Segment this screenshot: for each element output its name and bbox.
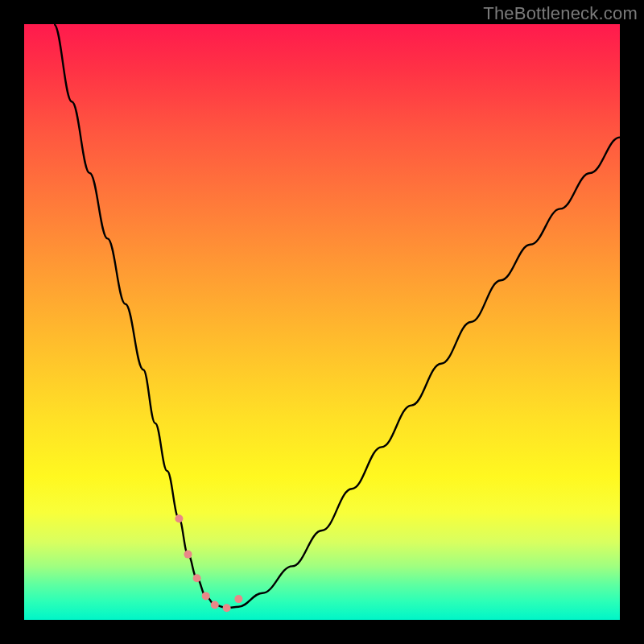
- highlight-dot: [223, 604, 231, 612]
- watermark-text: TheBottleneck.com: [483, 3, 638, 24]
- curve-layer: [24, 24, 620, 620]
- chart-frame: TheBottleneck.com: [0, 0, 644, 644]
- plot-area: [24, 24, 620, 620]
- bottleneck-curve: [54, 24, 620, 608]
- highlight-dot: [175, 514, 183, 522]
- highlight-dots: [175, 514, 242, 612]
- highlight-dot: [211, 601, 219, 609]
- highlight-dot: [234, 595, 242, 603]
- highlight-dot: [202, 592, 210, 600]
- highlight-dot: [193, 574, 201, 582]
- highlight-dot: [184, 551, 192, 559]
